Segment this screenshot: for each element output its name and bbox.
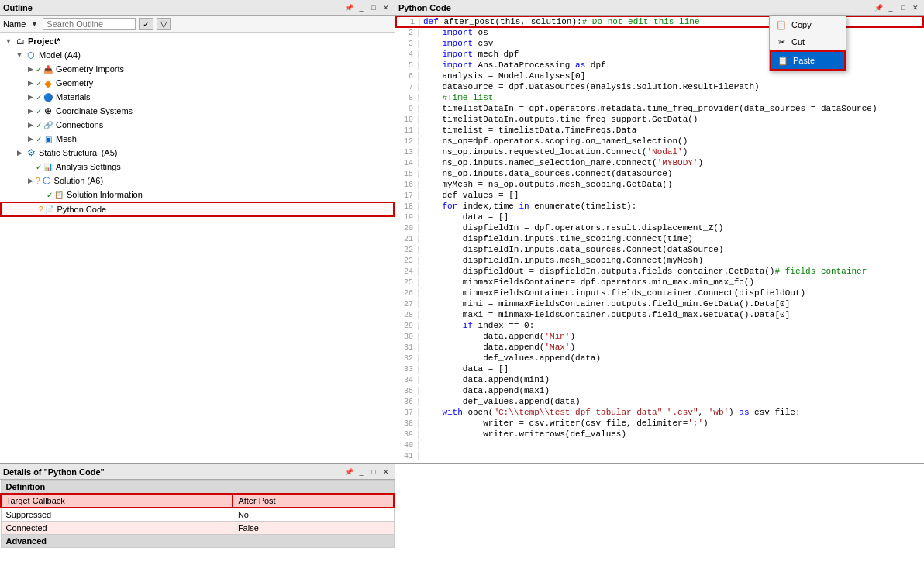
details-minimize-button[interactable]: _: [356, 467, 367, 477]
expand-connections[interactable]: ▶: [25, 119, 36, 130]
minimize-button[interactable]: _: [356, 2, 367, 13]
outline-toolbar: Name ▼ ✓ ▽: [0, 16, 395, 33]
geometry-label: Geometry: [56, 78, 93, 88]
geometry-icon: ◆: [42, 77, 54, 89]
close-button[interactable]: ✕: [381, 2, 391, 13]
tree-item-geometry[interactable]: ▶ ✓ ◆ Geometry: [0, 76, 395, 90]
details-table: Definition Target Callback After Post Su…: [0, 480, 395, 548]
tree-item-python-code[interactable]: ? 📄 Python Code: [0, 202, 395, 217]
outline-title: Outline: [3, 3, 33, 12]
search-confirm-button[interactable]: ✓: [139, 18, 153, 30]
code-line-17: 17 def_values = []: [395, 191, 924, 202]
model-label: Model (A4): [39, 50, 81, 60]
target-callback-value: After Post: [233, 494, 394, 508]
suppressed-value: No: [233, 508, 394, 522]
project-label: Project*: [28, 36, 60, 46]
details-title: Details of "Python Code": [3, 467, 105, 477]
code-line-28: 28 maxi = minmaxFieldsContainer.outputs.…: [395, 310, 924, 321]
details-close-button[interactable]: ✕: [381, 467, 391, 477]
code-line-38: 38 writer = csv.writer(csv_file, delimit…: [395, 419, 924, 429]
py-minimize-button[interactable]: _: [885, 2, 896, 13]
solution-info-label: Solution Information: [67, 190, 143, 199]
py-maximize-button[interactable]: □: [898, 2, 908, 13]
target-callback-label: Target Callback: [1, 494, 233, 508]
tree-item-connections[interactable]: ▶ ✓ 🔗 Connections: [0, 118, 395, 132]
maximize-button[interactable]: □: [368, 2, 379, 13]
name-label: Name: [3, 19, 26, 29]
tree-item-analysis-settings[interactable]: ✓ 📊 Analysis Settings: [0, 160, 395, 174]
code-line-14: 14 ns_op.inputs.named_selection_name.Con…: [395, 158, 924, 169]
expand-geom-imports[interactable]: ▶: [25, 64, 36, 74]
check-geom-imports: ✓: [36, 65, 42, 74]
tree-item-solution[interactable]: ▶ ? ⬡ Solution (A6): [0, 174, 395, 188]
materials-label: Materials: [56, 92, 91, 102]
copy-icon: 📋: [776, 19, 787, 30]
expand-static-structural[interactable]: ▶: [14, 147, 25, 158]
line-content-1: def after_post(this, solution):# Do not …: [423, 17, 699, 26]
code-line-22: 22 dispfieldIn.inputs.data_sources.Conne…: [395, 245, 924, 256]
expand-coord-systems[interactable]: ▶: [25, 105, 36, 116]
python-code-icon: 📄: [43, 203, 56, 215]
search-input[interactable]: [43, 18, 136, 30]
py-close-button[interactable]: ✕: [910, 2, 921, 13]
connections-icon: 🔗: [42, 119, 54, 131]
py-pin-button[interactable]: 📌: [873, 2, 884, 13]
context-menu: 📋 Copy ✂ Cut 📋 Paste: [769, 16, 846, 71]
expand-materials[interactable]: ▶: [25, 91, 36, 102]
static-structural-label: Static Structural (A5): [39, 148, 117, 157]
code-line-40: 40: [395, 440, 924, 451]
solution-label: Solution (A6): [54, 176, 104, 185]
cut-icon: ✂: [776, 36, 787, 47]
context-menu-paste[interactable]: 📋 Paste: [770, 50, 846, 71]
geom-imports-label: Geometry Imports: [56, 64, 124, 74]
code-line-6: 6 analysis = Model.Analyses[0]: [395, 71, 924, 82]
materials-icon: 🔵: [42, 91, 54, 103]
outline-header: Outline 📌 _ □ ✕: [0, 0, 395, 16]
row-target-callback: Target Callback After Post: [1, 494, 394, 508]
expand-model[interactable]: ▼: [14, 50, 25, 60]
tree-item-model[interactable]: ▼ ⬡ Model (A4): [0, 48, 395, 62]
details-maximize-button[interactable]: □: [368, 467, 379, 477]
connections-label: Connections: [56, 120, 103, 129]
check-connections: ✓: [36, 121, 42, 129]
code-line-7: 7 dataSource = dpf.DataSources(analysis.…: [395, 82, 924, 93]
section-advanced: Advanced: [1, 535, 394, 548]
outline-tree: ▼ 🗂 Project* ▼ ⬡ Model (A4) ▶ ✓ 📥 Geomet…: [0, 33, 395, 463]
code-line-35: 35 data.append(maxi): [395, 386, 924, 397]
code-line-15: 15 ns_op.inputs.data_sources.Connect(dat…: [395, 169, 924, 180]
sort-button[interactable]: ▼: [29, 19, 40, 29]
paste-label: Paste: [793, 56, 815, 65]
tree-item-static-structural[interactable]: ▶ ⚙ Static Structural (A5): [0, 146, 395, 160]
coord-systems-icon: ⊕: [42, 105, 54, 117]
context-menu-cut[interactable]: ✂ Cut: [770, 33, 846, 50]
analysis-settings-icon: 📊: [42, 160, 54, 173]
details-header: Details of "Python Code" 📌 _ □ ✕: [0, 464, 395, 480]
details-pin-button[interactable]: 📌: [343, 467, 354, 477]
check-coord-systems: ✓: [36, 107, 42, 115]
code-line-21: 21 dispfieldIn.inputs.time_scoping.Conne…: [395, 234, 924, 245]
search-cancel-button[interactable]: ▽: [157, 18, 171, 30]
row-suppressed: Suppressed No: [1, 508, 394, 522]
code-line-31: 31 data.append('Max'): [395, 343, 924, 353]
code-line-8: 8 #Time list: [395, 93, 924, 104]
solution-info-icon: 📋: [53, 188, 65, 201]
code-line-9: 9 timelistDataIn = dpf.operators.metadat…: [395, 104, 924, 115]
tree-item-solution-info[interactable]: ✓ 📋 Solution Information: [0, 188, 395, 202]
code-editor[interactable]: 1 def after_post(this, solution):# Do no…: [395, 16, 924, 463]
mesh-label: Mesh: [56, 134, 77, 143]
code-line-33: 33 data = []: [395, 364, 924, 375]
tree-item-geom-imports[interactable]: ▶ ✓ 📥 Geometry Imports: [0, 62, 395, 76]
paste-icon: 📋: [777, 55, 788, 66]
context-menu-copy[interactable]: 📋 Copy: [770, 16, 846, 33]
tree-item-coord-systems[interactable]: ▶ ✓ ⊕ Coordinate Systems: [0, 104, 395, 118]
tree-item-project[interactable]: ▼ 🗂 Project*: [0, 34, 395, 48]
tree-item-mesh[interactable]: ▶ ✓ ▣ Mesh: [0, 132, 395, 146]
expand-geometry[interactable]: ▶: [25, 78, 36, 88]
expand-mesh[interactable]: ▶: [25, 133, 36, 144]
expand-solution[interactable]: ▶: [25, 175, 36, 186]
coord-systems-label: Coordinate Systems: [56, 106, 133, 115]
expand-project[interactable]: ▼: [3, 36, 14, 47]
tree-item-materials[interactable]: ▶ ✓ 🔵 Materials: [0, 90, 395, 104]
pin-button[interactable]: 📌: [343, 2, 354, 13]
code-line-10: 10 timelistDataIn.outputs.time_freq_supp…: [395, 115, 924, 126]
